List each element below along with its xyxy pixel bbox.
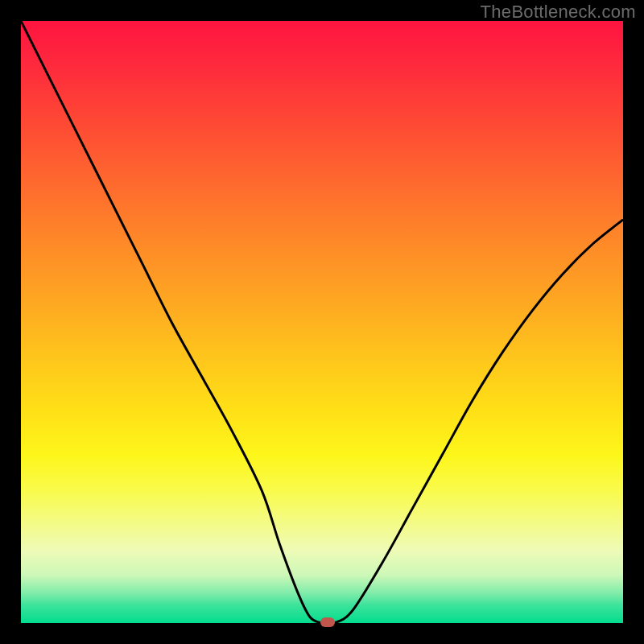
minimum-marker <box>320 617 335 627</box>
curve-line <box>21 21 623 623</box>
chart-frame: TheBottleneck.com <box>0 0 644 644</box>
bottleneck-curve <box>21 21 623 623</box>
watermark-text: TheBottleneck.com <box>481 2 636 23</box>
